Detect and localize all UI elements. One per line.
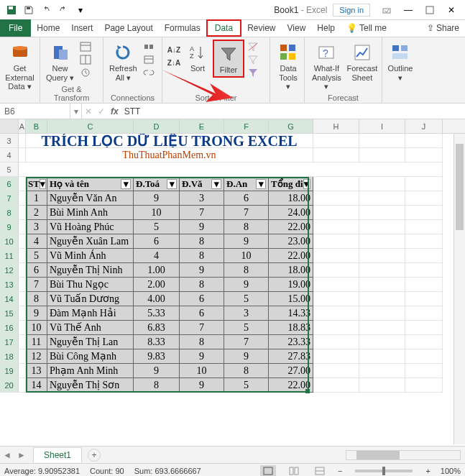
cell-tong[interactable]: 22.00: [269, 378, 313, 393]
cell-anh[interactable]: 8: [224, 364, 269, 378]
row-header[interactable]: 12: [0, 263, 19, 278]
sheet-tab-sheet1[interactable]: Sheet1: [33, 447, 82, 462]
row-header[interactable]: 6: [0, 177, 19, 191]
cell[interactable]: [313, 364, 359, 378]
cell[interactable]: [313, 292, 359, 306]
view-page-layout-icon[interactable]: [286, 465, 302, 477]
row-header[interactable]: 7: [0, 191, 19, 206]
connections-icon[interactable]: [142, 41, 155, 52]
cell-toan[interactable]: 6: [134, 234, 180, 249]
cell-van[interactable]: 9: [180, 349, 224, 364]
cell-toan[interactable]: 8: [134, 378, 180, 393]
cell-name[interactable]: Bùi Minh Anh: [47, 206, 134, 220]
col-header-B[interactable]: B: [26, 119, 47, 133]
cell[interactable]: [405, 220, 443, 234]
save-icon[interactable]: [22, 4, 35, 17]
cell-stt[interactable]: 1: [26, 191, 47, 206]
cell[interactable]: [359, 321, 405, 335]
title-cell[interactable]: TRÍCH LỌC DỮ LIỆU TRONG EXCEL: [26, 134, 313, 148]
cell-tong[interactable]: 18.83: [269, 321, 313, 335]
get-external-data-button[interactable]: Get External Data ▾: [3, 40, 37, 93]
cell[interactable]: [405, 335, 443, 349]
namebox-dropdown-icon[interactable]: ▾: [70, 104, 82, 119]
cell-tong[interactable]: 24.00: [269, 206, 313, 220]
col-header-H[interactable]: H: [313, 119, 359, 133]
hdr-toan[interactable]: Đ.Toá▾: [134, 177, 180, 191]
cell-van[interactable]: 6: [180, 292, 224, 306]
zoom-in-icon[interactable]: +: [425, 467, 430, 475]
cell[interactable]: [19, 177, 26, 191]
cell[interactable]: [313, 177, 359, 191]
cell[interactable]: [19, 349, 26, 364]
cell-stt[interactable]: 14: [26, 378, 47, 393]
tab-formulas[interactable]: Formulas: [159, 19, 206, 37]
add-sheet-icon[interactable]: +: [88, 449, 101, 462]
cell-anh[interactable]: 5: [224, 321, 269, 335]
col-header-G[interactable]: G: [269, 119, 313, 133]
cell-van[interactable]: 7: [180, 321, 224, 335]
cell[interactable]: [313, 134, 359, 148]
cell-stt[interactable]: 13: [26, 364, 47, 378]
cell[interactable]: [19, 234, 26, 249]
cell-toan[interactable]: 8.33: [134, 335, 180, 349]
redo-icon[interactable]: [57, 4, 70, 17]
clear-filter-icon[interactable]: [247, 41, 259, 52]
cell[interactable]: [313, 148, 359, 163]
cell[interactable]: [359, 292, 405, 306]
whatif-button[interactable]: ? What-If Analysis ▾: [308, 40, 346, 93]
zoom-slider[interactable]: [355, 470, 413, 472]
cell[interactable]: [19, 278, 26, 292]
hdr-name[interactable]: Họ và tên▾: [47, 177, 134, 191]
data-tools-button[interactable]: Data Tools ▾: [273, 40, 303, 93]
cell[interactable]: [405, 306, 443, 321]
cell-tong[interactable]: 18.00: [269, 263, 313, 278]
cell[interactable]: [405, 321, 443, 335]
cell-name[interactable]: Phạm Anh Minh: [47, 364, 134, 378]
cell-stt[interactable]: 5: [26, 249, 47, 263]
cell[interactable]: [359, 335, 405, 349]
cell-van[interactable]: 3: [180, 191, 224, 206]
col-header-F[interactable]: F: [224, 119, 269, 133]
cell[interactable]: [359, 278, 405, 292]
cell-van[interactable]: 8: [180, 249, 224, 263]
row-header[interactable]: 5: [0, 163, 19, 177]
cell[interactable]: [19, 206, 26, 220]
cell-tong[interactable]: 27.00: [269, 364, 313, 378]
col-header-J[interactable]: J: [405, 119, 443, 133]
cell[interactable]: [405, 206, 443, 220]
cell-stt[interactable]: 2: [26, 206, 47, 220]
name-box[interactable]: B6: [0, 104, 70, 119]
tab-data[interactable]: Data: [206, 19, 241, 37]
cell[interactable]: [19, 321, 26, 335]
cell-stt[interactable]: 6: [26, 263, 47, 278]
cell-name[interactable]: Vũ Thế Anh: [47, 321, 134, 335]
col-header-C[interactable]: C: [47, 119, 134, 133]
cell[interactable]: [313, 263, 359, 278]
cell-tong[interactable]: 23.33: [269, 335, 313, 349]
cell-toan[interactable]: 4.00: [134, 292, 180, 306]
cell[interactable]: [405, 249, 443, 263]
col-header-I[interactable]: I: [359, 119, 405, 133]
cell-anh[interactable]: 9: [224, 278, 269, 292]
undo-icon[interactable]: [40, 4, 52, 17]
cell-van[interactable]: 10: [180, 364, 224, 378]
cell[interactable]: [313, 220, 359, 234]
advanced-icon[interactable]: [247, 67, 259, 78]
view-page-break-icon[interactable]: [312, 465, 328, 477]
maximize-icon[interactable]: [419, 2, 441, 18]
cell[interactable]: [405, 364, 443, 378]
cell-name[interactable]: Vũ Minh Ánh: [47, 249, 134, 263]
row-header[interactable]: 18: [0, 349, 19, 364]
sheet-nav-prev-icon[interactable]: ◄: [1, 449, 14, 462]
cell-anh[interactable]: 7: [224, 206, 269, 220]
cell-name[interactable]: Nguyễn Thị Ninh: [47, 263, 134, 278]
cell[interactable]: [313, 278, 359, 292]
row-header[interactable]: 4: [0, 148, 19, 163]
edit-links-icon[interactable]: [142, 67, 155, 78]
cell-name[interactable]: Nguyễn Thị Sơn: [47, 378, 134, 393]
new-query-button[interactable]: New Query ▾: [43, 40, 77, 83]
cell[interactable]: [313, 306, 359, 321]
cell-toan[interactable]: 2.00: [134, 278, 180, 292]
row-header[interactable]: 14: [0, 292, 19, 306]
cell-van[interactable]: 9: [180, 220, 224, 234]
